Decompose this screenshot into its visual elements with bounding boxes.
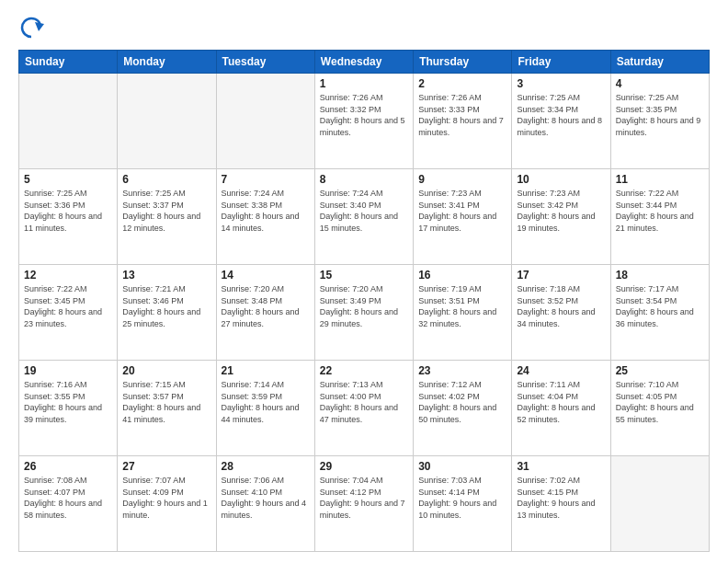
weekday-header-sunday: Sunday [19, 51, 118, 74]
day-cell: 11Sunrise: 7:22 AM Sunset: 3:44 PM Dayli… [610, 169, 709, 265]
day-info: Sunrise: 7:22 AM Sunset: 3:44 PM Dayligh… [616, 188, 704, 234]
day-cell: 20Sunrise: 7:15 AM Sunset: 3:57 PM Dayli… [118, 361, 216, 456]
day-cell: 25Sunrise: 7:10 AM Sunset: 4:05 PM Dayli… [610, 361, 709, 456]
day-number: 3 [517, 77, 605, 90]
day-number: 12 [24, 269, 112, 282]
day-cell [610, 456, 709, 552]
day-cell: 22Sunrise: 7:13 AM Sunset: 4:00 PM Dayli… [314, 361, 413, 456]
day-number: 10 [517, 173, 605, 186]
weekday-header-thursday: Thursday [414, 51, 512, 74]
day-info: Sunrise: 7:12 AM Sunset: 4:02 PM Dayligh… [418, 379, 506, 425]
week-row-2: 12Sunrise: 7:22 AM Sunset: 3:45 PM Dayli… [19, 265, 710, 361]
day-info: Sunrise: 7:08 AM Sunset: 4:07 PM Dayligh… [24, 475, 112, 521]
weekday-header-monday: Monday [118, 51, 216, 74]
day-cell: 26Sunrise: 7:08 AM Sunset: 4:07 PM Dayli… [19, 456, 118, 552]
day-cell: 6Sunrise: 7:25 AM Sunset: 3:37 PM Daylig… [118, 169, 216, 265]
day-info: Sunrise: 7:25 AM Sunset: 3:36 PM Dayligh… [24, 188, 112, 234]
day-info: Sunrise: 7:13 AM Sunset: 4:00 PM Dayligh… [320, 379, 408, 425]
day-info: Sunrise: 7:25 AM Sunset: 3:34 PM Dayligh… [517, 92, 605, 138]
day-number: 13 [122, 269, 210, 282]
day-info: Sunrise: 7:04 AM Sunset: 4:12 PM Dayligh… [320, 475, 408, 521]
day-cell [19, 74, 118, 169]
day-number: 7 [222, 173, 310, 186]
day-info: Sunrise: 7:23 AM Sunset: 3:42 PM Dayligh… [517, 188, 605, 234]
day-number: 15 [320, 269, 408, 282]
day-number: 2 [418, 77, 506, 90]
day-number: 6 [122, 173, 210, 186]
day-info: Sunrise: 7:26 AM Sunset: 3:33 PM Dayligh… [418, 92, 506, 138]
day-info: Sunrise: 7:25 AM Sunset: 3:37 PM Dayligh… [122, 188, 210, 234]
day-number: 20 [122, 364, 210, 377]
day-cell: 19Sunrise: 7:16 AM Sunset: 3:55 PM Dayli… [19, 361, 118, 456]
day-cell [216, 74, 314, 169]
day-cell: 7Sunrise: 7:24 AM Sunset: 3:38 PM Daylig… [216, 169, 314, 265]
day-cell: 12Sunrise: 7:22 AM Sunset: 3:45 PM Dayli… [19, 265, 118, 361]
day-number: 1 [320, 77, 408, 90]
day-cell: 15Sunrise: 7:20 AM Sunset: 3:49 PM Dayli… [314, 265, 413, 361]
week-row-3: 19Sunrise: 7:16 AM Sunset: 3:55 PM Dayli… [19, 361, 710, 456]
day-info: Sunrise: 7:19 AM Sunset: 3:51 PM Dayligh… [418, 283, 506, 329]
day-number: 25 [616, 364, 704, 377]
calendar-table: SundayMondayTuesdayWednesdayThursdayFrid… [18, 50, 710, 552]
day-number: 16 [418, 269, 506, 282]
day-number: 31 [517, 460, 605, 473]
day-number: 29 [320, 460, 408, 473]
day-number: 11 [616, 173, 704, 186]
weekday-header-tuesday: Tuesday [216, 51, 314, 74]
day-cell: 8Sunrise: 7:24 AM Sunset: 3:40 PM Daylig… [314, 169, 413, 265]
day-number: 4 [616, 77, 704, 90]
day-number: 30 [418, 460, 506, 473]
day-number: 5 [24, 173, 112, 186]
day-number: 9 [418, 173, 506, 186]
day-number: 22 [320, 364, 408, 377]
day-info: Sunrise: 7:23 AM Sunset: 3:41 PM Dayligh… [418, 188, 506, 234]
logo-icon [18, 15, 44, 40]
day-cell: 31Sunrise: 7:02 AM Sunset: 4:15 PM Dayli… [512, 456, 610, 552]
day-info: Sunrise: 7:02 AM Sunset: 4:15 PM Dayligh… [517, 475, 605, 521]
day-cell: 28Sunrise: 7:06 AM Sunset: 4:10 PM Dayli… [216, 456, 314, 552]
weekday-header-friday: Friday [512, 51, 610, 74]
day-info: Sunrise: 7:22 AM Sunset: 3:45 PM Dayligh… [24, 283, 112, 329]
day-number: 17 [517, 269, 605, 282]
day-info: Sunrise: 7:10 AM Sunset: 4:05 PM Dayligh… [616, 379, 704, 425]
day-info: Sunrise: 7:17 AM Sunset: 3:54 PM Dayligh… [616, 283, 704, 329]
day-number: 8 [320, 173, 408, 186]
day-cell: 23Sunrise: 7:12 AM Sunset: 4:02 PM Dayli… [414, 361, 512, 456]
day-cell: 3Sunrise: 7:25 AM Sunset: 3:34 PM Daylig… [512, 74, 610, 169]
day-info: Sunrise: 7:14 AM Sunset: 3:59 PM Dayligh… [222, 379, 310, 425]
day-info: Sunrise: 7:24 AM Sunset: 3:40 PM Dayligh… [320, 188, 408, 234]
day-info: Sunrise: 7:24 AM Sunset: 3:38 PM Dayligh… [222, 188, 310, 234]
day-info: Sunrise: 7:18 AM Sunset: 3:52 PM Dayligh… [517, 283, 605, 329]
day-cell: 9Sunrise: 7:23 AM Sunset: 3:41 PM Daylig… [414, 169, 512, 265]
day-info: Sunrise: 7:16 AM Sunset: 3:55 PM Dayligh… [24, 379, 112, 425]
day-cell: 1Sunrise: 7:26 AM Sunset: 3:32 PM Daylig… [314, 74, 413, 169]
day-number: 24 [517, 364, 605, 377]
day-number: 21 [222, 364, 310, 377]
day-cell: 2Sunrise: 7:26 AM Sunset: 3:33 PM Daylig… [414, 74, 512, 169]
day-number: 19 [24, 364, 112, 377]
page: SundayMondayTuesdayWednesdayThursdayFrid… [0, 0, 728, 563]
day-info: Sunrise: 7:11 AM Sunset: 4:04 PM Dayligh… [517, 379, 605, 425]
day-info: Sunrise: 7:26 AM Sunset: 3:32 PM Dayligh… [320, 92, 408, 138]
day-number: 18 [616, 269, 704, 282]
day-cell: 21Sunrise: 7:14 AM Sunset: 3:59 PM Dayli… [216, 361, 314, 456]
day-cell: 14Sunrise: 7:20 AM Sunset: 3:48 PM Dayli… [216, 265, 314, 361]
day-cell: 27Sunrise: 7:07 AM Sunset: 4:09 PM Dayli… [118, 456, 216, 552]
day-number: 27 [122, 460, 210, 473]
day-number: 26 [24, 460, 112, 473]
day-cell: 30Sunrise: 7:03 AM Sunset: 4:14 PM Dayli… [414, 456, 512, 552]
logo [18, 15, 48, 40]
day-number: 14 [222, 269, 310, 282]
day-cell: 17Sunrise: 7:18 AM Sunset: 3:52 PM Dayli… [512, 265, 610, 361]
day-info: Sunrise: 7:25 AM Sunset: 3:35 PM Dayligh… [616, 92, 704, 138]
day-cell: 29Sunrise: 7:04 AM Sunset: 4:12 PM Dayli… [314, 456, 413, 552]
day-info: Sunrise: 7:15 AM Sunset: 3:57 PM Dayligh… [122, 379, 210, 425]
day-cell: 24Sunrise: 7:11 AM Sunset: 4:04 PM Dayli… [512, 361, 610, 456]
day-cell [118, 74, 216, 169]
weekday-header-row: SundayMondayTuesdayWednesdayThursdayFrid… [19, 51, 710, 74]
week-row-4: 26Sunrise: 7:08 AM Sunset: 4:07 PM Dayli… [19, 456, 710, 552]
week-row-1: 5Sunrise: 7:25 AM Sunset: 3:36 PM Daylig… [19, 169, 710, 265]
day-info: Sunrise: 7:07 AM Sunset: 4:09 PM Dayligh… [122, 475, 210, 521]
svg-marker-0 [35, 22, 44, 31]
day-cell: 16Sunrise: 7:19 AM Sunset: 3:51 PM Dayli… [414, 265, 512, 361]
